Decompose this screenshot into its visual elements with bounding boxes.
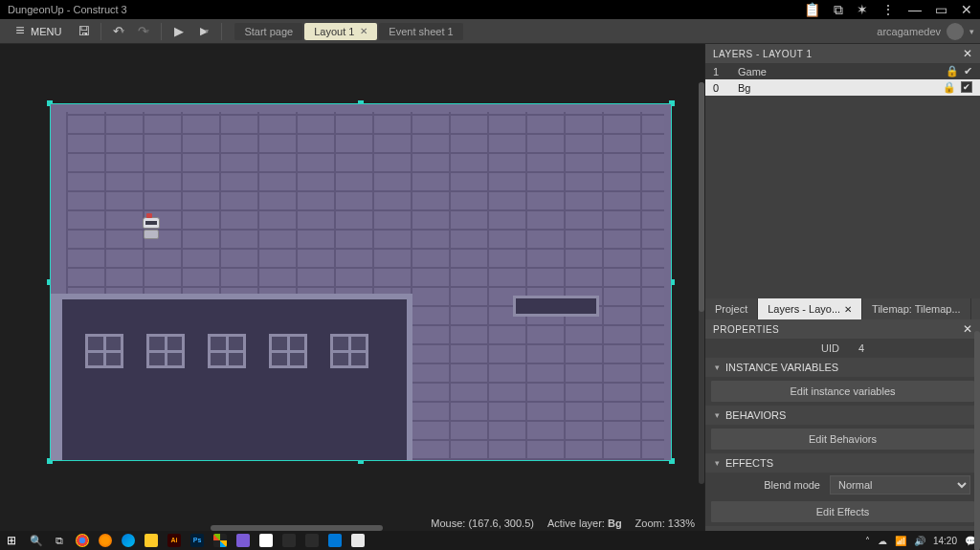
taskbar-app[interactable] (302, 533, 322, 548)
maximize-icon[interactable]: ▭ (935, 2, 947, 17)
blend-mode-row: Blend mode Normal (705, 473, 980, 497)
tab-close-icon[interactable]: ✕ (844, 304, 852, 315)
room-structure (51, 294, 412, 460)
taskbar-app[interactable]: Ai (165, 533, 184, 548)
cast-icon[interactable]: ⧉ (834, 2, 843, 18)
window-tile (85, 334, 123, 368)
section-effects[interactable]: EFFECTS (705, 453, 980, 473)
taskbar-app[interactable] (279, 533, 299, 548)
edit-behaviors-button[interactable]: Edit Behaviors (711, 429, 974, 450)
taskbar-app[interactable] (119, 533, 138, 548)
tray-onedrive-icon[interactable]: ☁ (878, 536, 887, 546)
window-titlebar: DungeonUp - Construct 3 📋 ⧉ ✶ ⋮ — ▭ ✕ (0, 0, 980, 19)
layer-row-bg[interactable]: 0 Bg 🔒✔ (705, 79, 980, 96)
tray-chevron-icon[interactable]: ˄ (865, 536, 870, 546)
zoom-value: 133% (668, 517, 695, 529)
main-area: Mouse: (167.6, 300.5) Active layer: Bg Z… (0, 44, 980, 531)
properties-vscrollbar[interactable] (974, 331, 980, 550)
mouse-coords: (167.6, 300.5) (468, 517, 534, 529)
visible-icon[interactable]: ✔ (964, 65, 972, 77)
taskbar-app[interactable] (256, 533, 276, 548)
tab-event-sheet-1[interactable]: Event sheet 1 (379, 23, 462, 40)
lock-icon[interactable]: 🔒 (946, 65, 959, 77)
uid-value: 4 (858, 342, 864, 354)
tab-tilemap[interactable]: Tilemap: Tilemap... (862, 298, 971, 319)
tray-clock[interactable]: 14:20 (933, 536, 957, 546)
tab-layout-1[interactable]: Layout 1✕ (304, 23, 377, 40)
active-layer-value: Bg (608, 517, 622, 529)
edit-instance-variables-button[interactable]: Edit instance variables (711, 381, 974, 402)
save-icon[interactable]: 🖫 (73, 21, 94, 42)
properties-panel: UID 4 INSTANCE VARIABLES Edit instance v… (705, 339, 980, 531)
window-controls: 📋 ⧉ ✶ ⋮ — ▭ ✕ (804, 2, 972, 18)
separator (100, 23, 101, 40)
tab-start-page[interactable]: Start page (234, 23, 302, 40)
tab-layers[interactable]: Layers - Layo...✕ (758, 298, 862, 319)
layout-editor[interactable]: Mouse: (167.6, 300.5) Active layer: Bg Z… (0, 44, 704, 531)
start-icon[interactable]: ⊞ (4, 533, 23, 548)
side-panel-tabs: Project Layers - Layo...✕ Tilemap: Tilem… (705, 298, 980, 319)
kebab-icon[interactable]: ⋮ (881, 2, 895, 17)
extension-icon[interactable]: ✶ (857, 2, 868, 17)
minimize-icon[interactable]: — (908, 2, 922, 17)
taskview-icon[interactable]: ⧉ (50, 533, 69, 548)
user-area[interactable]: arcagamedev ▾ (877, 23, 974, 40)
separator (161, 23, 162, 40)
layers-panel-header: LAYERS - LAYOUT 1 ✕ (705, 44, 980, 63)
taskbar-app[interactable] (142, 533, 161, 548)
window-tile (146, 334, 185, 368)
taskbar-app[interactable] (348, 533, 368, 548)
pit-tile (513, 296, 599, 317)
layers-panel-title: LAYERS - LAYOUT 1 (713, 49, 963, 59)
window-tile (208, 334, 246, 368)
separator (221, 23, 222, 40)
close-icon[interactable]: ✕ (961, 2, 972, 17)
editor-hscrollbar[interactable] (211, 525, 383, 531)
status-bar: Mouse: (167.6, 300.5) Active layer: Bg Z… (431, 517, 695, 529)
visible-checkbox[interactable]: ✔ (961, 81, 972, 93)
main-toolbar: MENU 🖫 ↶▾ ↷▾ ▶ ▶▾ Start page Layout 1✕ E… (0, 19, 980, 44)
undo-icon[interactable]: ↶▾ (108, 21, 129, 42)
layout-selection[interactable] (50, 103, 672, 461)
debug-play-icon[interactable]: ▶▾ (193, 21, 214, 42)
menu-button[interactable]: MENU (6, 23, 69, 40)
windows-taskbar: ⊞ 🔍 ⧉ Ai Ps ˄ ☁ 📶 🔊 14:20 💬 (0, 531, 980, 550)
taskbar-app[interactable] (96, 533, 115, 548)
window-title: DungeonUp - Construct 3 (8, 4, 804, 15)
layers-list: 1 Game 🔒✔ 0 Bg 🔒✔ (705, 63, 980, 96)
username-label: arcagamedev (877, 26, 941, 37)
window-tile (330, 334, 368, 368)
taskbar-app[interactable] (73, 533, 92, 548)
section-behaviors[interactable]: BEHAVIORS (705, 406, 980, 425)
system-tray: ˄ ☁ 📶 🔊 14:20 💬 (865, 536, 976, 546)
taskbar-app[interactable] (211, 533, 230, 548)
layer-row-game[interactable]: 1 Game 🔒✔ (705, 63, 980, 79)
blend-mode-select[interactable]: Normal (830, 475, 970, 495)
chevron-down-icon: ▾ (969, 27, 974, 36)
tab-close-icon[interactable]: ✕ (360, 26, 368, 36)
panel-close-icon[interactable]: ✕ (963, 322, 973, 336)
taskbar-app[interactable]: Ps (188, 533, 207, 548)
uid-row: UID 4 (705, 339, 980, 358)
clipboard-icon[interactable]: 📋 (804, 2, 820, 17)
side-panel: LAYERS - LAYOUT 1 ✕ 1 Game 🔒✔ 0 Bg 🔒✔ Pr… (704, 44, 980, 531)
tray-wifi-icon[interactable]: 📶 (895, 536, 906, 546)
taskbar-app[interactable] (325, 533, 345, 548)
taskbar-app[interactable] (234, 533, 253, 548)
tab-project[interactable]: Project (705, 298, 758, 319)
hamburger-icon (13, 26, 27, 37)
tray-volume-icon[interactable]: 🔊 (914, 536, 925, 546)
player-sprite[interactable] (141, 217, 162, 244)
play-icon[interactable]: ▶ (168, 21, 189, 42)
edit-effects-button[interactable]: Edit Effects (711, 501, 974, 522)
redo-icon[interactable]: ↷▾ (133, 21, 154, 42)
menu-label: MENU (31, 26, 61, 37)
document-tabs: Start page Layout 1✕ Event sheet 1 (234, 23, 462, 40)
blend-mode-label: Blend mode (715, 479, 820, 491)
search-icon[interactable]: 🔍 (27, 533, 46, 548)
section-container[interactable]: CONTAINER (705, 526, 980, 531)
section-instance-variables[interactable]: INSTANCE VARIABLES (705, 358, 980, 377)
window-tile (269, 334, 307, 368)
lock-icon[interactable]: 🔒 (943, 81, 956, 94)
panel-close-icon[interactable]: ✕ (963, 47, 973, 60)
